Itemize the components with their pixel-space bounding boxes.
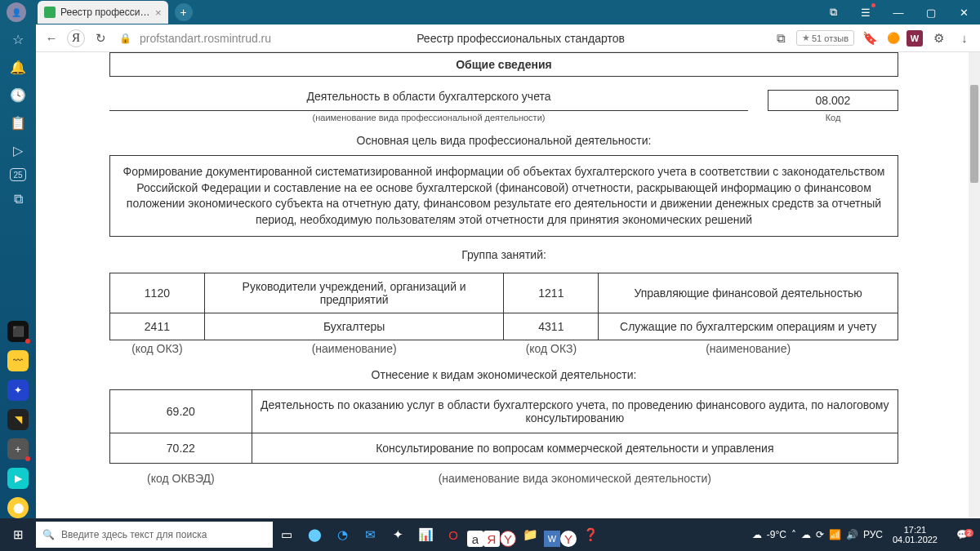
table-row: 69.20 Деятельность по оказанию услуг в о… xyxy=(110,390,898,433)
goal-title: Основная цель вида профессиональной деят… xyxy=(109,134,898,147)
goal-text: Формирование документированной системати… xyxy=(109,155,898,237)
app-shortcut[interactable]: ▶ xyxy=(7,468,29,489)
taskbar-app[interactable]: 📊 xyxy=(412,518,439,551)
add-shortcut-icon[interactable]: ＋ xyxy=(7,438,29,460)
browser-sidebar: ☆ 🔔 🕓 📋 ▷ 25 ⧉ ⬛ 〰 ✦ ◥ ＋ ▶ ⬤ xyxy=(0,24,36,518)
yandex-home-icon[interactable]: Я xyxy=(67,29,85,47)
media-icon[interactable]: ▷ xyxy=(8,140,28,160)
wifi-icon[interactable]: 📶 xyxy=(829,529,841,540)
onedrive-icon[interactable]: ☁ xyxy=(801,529,811,540)
taskbar-app[interactable]: ❓ xyxy=(577,518,604,551)
reader-mode-icon[interactable]: ⧉ xyxy=(770,28,791,49)
close-window-button[interactable]: ✕ xyxy=(947,0,980,24)
history-icon[interactable]: 🕓 xyxy=(8,85,28,104)
reload-button[interactable]: ↻ xyxy=(90,28,111,49)
sync-icon[interactable]: ⟳ xyxy=(816,529,824,540)
start-button[interactable]: ⊞ xyxy=(0,518,36,551)
page-title: Реестр профессиональных стандартов xyxy=(276,32,765,45)
tab-title: Реестр профессиональ xyxy=(60,7,150,18)
app-shortcut[interactable]: 〰 xyxy=(7,350,29,371)
scrollbar[interactable] xyxy=(969,52,980,518)
taskbar-app[interactable]: Я xyxy=(483,531,500,547)
weather-temp[interactable]: -9°C xyxy=(767,529,786,540)
window-titlebar: 👤 Реестр профессиональ × + ⧉ ☰ — ▢ ✕ xyxy=(0,0,980,24)
url-text[interactable]: profstandart.rosmintrud.ru xyxy=(140,32,271,45)
group-title: Группа занятий: xyxy=(109,248,898,261)
minimize-button[interactable]: — xyxy=(882,0,915,24)
notifications-icon[interactable]: 🔔 xyxy=(8,57,28,77)
taskbar-app[interactable]: ✦ xyxy=(384,518,412,551)
address-bar: ← Я ↻ 🔒 profstandart.rosmintrud.ru Реест… xyxy=(36,24,980,52)
taskbar-app[interactable]: W xyxy=(544,531,560,547)
extension-w-icon[interactable]: W xyxy=(906,30,923,47)
table-hint-row: (код ОКВЭД) (наименование вида экономиче… xyxy=(110,464,898,494)
taskbar-search[interactable]: 🔍 Введите здесь текст для поиска xyxy=(36,522,273,548)
alice-icon[interactable]: ⬤ xyxy=(7,497,29,518)
table-row: 2411 Бухгалтеры 4311 Служащие по бухгалт… xyxy=(110,313,898,340)
taskbar-app[interactable]: O xyxy=(439,518,467,551)
volume-icon[interactable]: 🔊 xyxy=(846,529,858,540)
bookmark-icon[interactable]: 🔖 xyxy=(859,28,880,49)
table-row: 1120 Руководители учреждений, организаци… xyxy=(110,273,898,313)
action-center-icon[interactable]: 💬2 xyxy=(947,529,977,540)
favorites-icon[interactable]: ☆ xyxy=(8,29,28,49)
extensions-menu-icon[interactable]: ⚙ xyxy=(928,28,949,49)
taskbar-app[interactable]: ⬤ xyxy=(301,518,328,551)
browser-tab[interactable]: Реестр профессиональ × xyxy=(38,1,168,24)
table-hint-row: (код ОКЗ) (наименование) (код ОКЗ) (наим… xyxy=(110,340,898,358)
screenshot-icon[interactable]: ⧉ xyxy=(8,189,28,209)
back-button[interactable]: ← xyxy=(41,28,62,49)
code-hint: Код xyxy=(768,113,898,122)
app-shortcut[interactable]: ✦ xyxy=(7,380,29,401)
taskbar-app[interactable]: Y xyxy=(500,531,516,547)
app-shortcut[interactable]: ◥ xyxy=(7,409,29,430)
taskbar-app[interactable]: ◔ xyxy=(328,518,356,551)
profile-avatar-icon[interactable]: 👤 xyxy=(7,2,26,22)
activity-name-hint: (наименование вида профессиональной деят… xyxy=(109,113,748,122)
maximize-button[interactable]: ▢ xyxy=(915,0,947,24)
taskbar-app[interactable]: 📁 xyxy=(516,518,544,551)
taskbar-app[interactable]: ✉ xyxy=(356,518,384,551)
lock-icon: 🔒 xyxy=(119,33,131,44)
page-content: Общие сведения Деятельность в области бу… xyxy=(36,52,980,518)
windows-taskbar: ⊞ 🔍 Введите здесь текст для поиска ▭ ⬤ ◔… xyxy=(0,518,980,551)
task-view-icon[interactable]: ▭ xyxy=(273,518,301,551)
app-shortcut[interactable]: ⬛ xyxy=(7,321,29,342)
economic-activity-table: 69.20 Деятельность по оказанию услуг в о… xyxy=(109,389,898,493)
clock[interactable]: 17:21 04.01.2022 xyxy=(888,525,942,544)
taskbar-app[interactable]: Y xyxy=(560,531,577,547)
section-general-header: Общие сведения xyxy=(109,52,898,77)
counter-icon[interactable]: 25 xyxy=(10,168,26,181)
scrollbar-thumb[interactable] xyxy=(970,85,978,183)
collections-icon[interactable]: 📋 xyxy=(8,113,28,132)
econ-title: Отнесение к видам экономической деятельн… xyxy=(109,368,898,381)
weather-icon[interactable]: ☁ xyxy=(752,529,762,540)
settings-icon[interactable]: ☰ xyxy=(849,0,882,24)
search-icon: 🔍 xyxy=(42,529,55,540)
close-tab-icon[interactable]: × xyxy=(155,7,162,19)
taskbar-app[interactable]: a xyxy=(467,531,483,547)
occupation-group-table: 1120 Руководители учреждений, организаци… xyxy=(109,273,898,357)
table-row: 70.22 Консультирование по вопросам комме… xyxy=(110,433,898,464)
copy-window-icon[interactable]: ⧉ xyxy=(817,0,849,24)
site-favicon-icon xyxy=(44,7,56,18)
downloads-icon[interactable]: ↓ xyxy=(954,28,975,49)
activity-name: Деятельность в области бухгалтерского уч… xyxy=(109,90,748,111)
reviews-badge[interactable]: ★51 отзыв xyxy=(796,30,854,46)
search-placeholder: Введите здесь текст для поиска xyxy=(61,529,207,540)
system-tray: ☁ -9°C ˄ ☁ ⟳ 📶 🔊 РУС 17:21 04.01.2022 💬2 xyxy=(752,525,980,544)
language-indicator[interactable]: РУС xyxy=(863,529,883,540)
extension-icon[interactable]: 🟠 xyxy=(885,30,902,47)
new-tab-button[interactable]: + xyxy=(175,3,193,21)
activity-code: 08.002 xyxy=(768,90,898,111)
tray-chevron-icon[interactable]: ˄ xyxy=(791,529,796,540)
